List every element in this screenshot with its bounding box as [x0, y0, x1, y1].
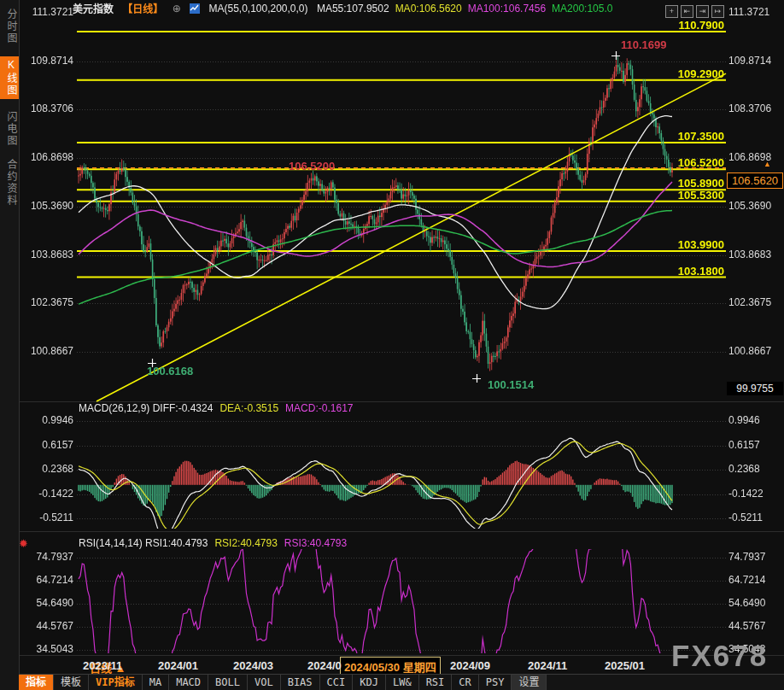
date-label-7: 2025/01 [605, 659, 645, 672]
price-axis-right-1: 111.3721 [728, 6, 769, 18]
ma-value-1: MA55:107.9502 [317, 3, 389, 15]
ma-value-4: MA200:105.0 [552, 3, 612, 15]
toolbar-tab-PSY[interactable]: PSY [479, 675, 512, 690]
price-axis-right-5: 105.3690 [728, 200, 771, 212]
toolbar-tab-MA[interactable]: MA [143, 675, 169, 690]
symbol-title: 美元指数 [73, 3, 114, 15]
rsi-axis-right-4: 44.5767 [728, 620, 765, 632]
red-burst-icon[interactable]: ✹ [19, 537, 28, 550]
level-label-106.5200: 106.5200 [626, 156, 724, 169]
date-label-5: 2024/09 [450, 659, 490, 672]
price-axis-right-6: 103.8683 [728, 249, 771, 260]
toolbar-tab-VOL[interactable]: VOL [248, 675, 281, 690]
sidebar-tab-3[interactable]: 闪电图 [0, 111, 19, 147]
expand-right-icon[interactable]: ↦ [711, 5, 724, 18]
level-label-110.7900: 110.7900 [626, 19, 724, 32]
rsi-axis-right-1: 74.7937 [728, 551, 765, 563]
sidebar-tab-2[interactable]: K线图 [0, 56, 19, 99]
left-sidebar: 分时图K线图闪电图合约资料 [0, 0, 20, 690]
date-label-1: 2023/11 [83, 659, 122, 672]
macd-axis-right-5: -0.5211 [728, 512, 763, 523]
toolbar-tab-CCI[interactable]: CCI [320, 675, 354, 690]
toolbar-tab-LW&[interactable]: LW& [386, 675, 419, 690]
ma-formula: MA(55,0,100,200,0,0) [208, 3, 307, 15]
price-axis-left-4: 106.8698 [20, 151, 73, 163]
price-axis-right-7: 102.3675 [728, 296, 771, 308]
low-extreme-badge: 99.9755 [727, 382, 783, 395]
chart-canvas[interactable] [0, 0, 784, 690]
price-axis-left-8: 100.8667 [20, 345, 73, 357]
macd-hdr-part-1: MACD(26,12,9) DIFF:-0.4324 [79, 402, 213, 414]
price-axis-left-1: 111.3721 [20, 6, 73, 18]
date-label-2: 2024/01 [158, 659, 198, 672]
period-tag[interactable]: 【日线】 [122, 3, 163, 15]
window-control-icons: +⇤⇥↦ [663, 2, 724, 18]
price-axis-left-7: 102.3675 [20, 296, 73, 308]
indicator-toolbar: 指标模板VIP指标MAMACDBOLLVOLBIASCCIKDJLW&RSICR… [19, 674, 784, 690]
rsi-hdr-part-3: RSI3:40.4793 [284, 537, 347, 549]
date-label-3: 2024/03 [233, 659, 273, 672]
level-label-105.5300: 105.5300 [626, 189, 724, 202]
toolbar-tab-BIAS[interactable]: BIAS [281, 675, 320, 690]
trading-app-window: 分时图K线图闪电图合约资料 美元指数 【日线】 ⊕ MA(55,0,100,20… [0, 0, 784, 690]
sidebar-tab-4[interactable]: 合约资料 [0, 159, 19, 207]
toolbar-tab-设置[interactable]: 设置 [512, 675, 547, 690]
compress-right-icon[interactable]: ⇥ [696, 5, 709, 18]
mini-chart-icon[interactable] [190, 3, 200, 15]
date-label-6: 2024/11 [528, 659, 567, 672]
toolbar-tab-VIP指标[interactable]: VIP指标 [89, 675, 143, 690]
rsi-axis-left-1: 74.7937 [20, 551, 73, 563]
toolbar-tab-模板[interactable]: 模板 [54, 675, 89, 690]
price-annotation-3: 100.6168 [147, 365, 193, 377]
ma-value-3: MA100:106.7456 [468, 3, 546, 15]
level-label-103.1800: 103.1800 [626, 265, 724, 278]
macd-axis-left-3: 0.2368 [20, 463, 73, 475]
macd-axis-left-5: -0.5211 [20, 512, 73, 523]
price-axis-left-3: 108.3706 [20, 102, 73, 114]
rsi-hdr-part-2: RSI2:40.4793 [214, 537, 277, 549]
price-annotation-1: 110.1699 [621, 38, 667, 51]
sidebar-tab-1[interactable]: 分时图 [0, 9, 19, 44]
price-axis-left-2: 109.8714 [20, 55, 73, 67]
toolbar-tab-BOLL[interactable]: BOLL [208, 675, 248, 690]
price-axis-right-3: 108.3706 [728, 102, 771, 114]
pan-icon[interactable]: + [665, 5, 678, 18]
macd-axis-right-2: 0.6157 [728, 439, 760, 451]
toolbar-tab-指标[interactable]: 指标 [19, 675, 54, 690]
price-axis-right-2: 109.8714 [728, 55, 771, 67]
rsi-axis-right-2: 64.7214 [728, 574, 765, 586]
macd-hdr-part-2: DEA:-0.3515 [219, 402, 278, 414]
toolbar-tab-MACD[interactable]: MACD [169, 675, 208, 690]
level-label-109.2900: 109.2900 [626, 67, 724, 80]
rsi-axis-left-3: 54.6490 [20, 597, 73, 609]
price-axis-right-8: 100.8667 [728, 345, 771, 357]
macd-axis-right-4: -0.1422 [728, 488, 764, 500]
macd-axis-left-4: -0.1422 [20, 488, 73, 500]
compress-left-icon[interactable]: ⇤ [681, 5, 693, 18]
ma-values: MA55:107.9502MA0:106.5620MA100:106.7456M… [317, 2, 619, 14]
toolbar-tab-CR[interactable]: CR [452, 675, 478, 690]
date-label-4: 2024/0 [307, 659, 342, 672]
level-label-103.9900: 103.9900 [626, 238, 724, 251]
rsi-axis-right-3: 54.6490 [728, 597, 765, 609]
macd-axis-left-2: 0.6157 [20, 439, 73, 451]
rsi-axis-left-2: 64.7214 [20, 574, 73, 586]
rsi-axis-left-5: 34.5043 [20, 643, 73, 655]
macd-axis-right-1: 0.9946 [728, 414, 760, 426]
price-axis-left-6: 103.8683 [20, 249, 73, 260]
price-axis-left-5: 105.3690 [20, 200, 73, 212]
macd-axis-right-3: 0.2368 [728, 463, 760, 475]
rsi-header: RSI(14,14,14) RSI1:40.4793RSI2:40.4793RS… [79, 537, 354, 549]
rsi-axis-left-4: 44.5767 [20, 620, 73, 632]
toolbar-tab-RSI[interactable]: RSI [419, 675, 453, 690]
ma-value-2: MA0:106.5620 [395, 3, 462, 15]
toolbar-tab-KDJ[interactable]: KDJ [353, 675, 386, 690]
chart-header: 美元指数 【日线】 ⊕ MA(55,0,100,200,0,0) MA55:10… [73, 1, 624, 14]
current-price-badge: 106.5620 [727, 172, 783, 189]
price-up-arrow-icon: ▲ [764, 160, 771, 168]
watermark: FX678 [671, 639, 768, 673]
circle-plus-icon[interactable]: ⊕ [173, 3, 181, 15]
price-annotation-2: 106.5200 [289, 160, 335, 172]
rsi-hdr-part-1: RSI(14,14,14) RSI1:40.4793 [79, 537, 208, 549]
macd-header: MACD(26,12,9) DIFF:-0.4324DEA:-0.3515MAC… [79, 402, 360, 414]
